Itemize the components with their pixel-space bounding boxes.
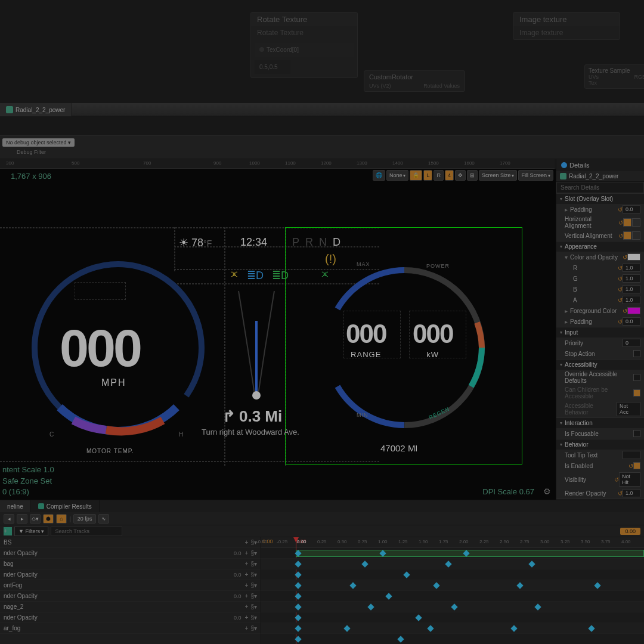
section-input[interactable]: Input bbox=[556, 327, 644, 338]
prev-key-button[interactable]: ◂ bbox=[4, 514, 14, 524]
section-icon[interactable]: §▾ bbox=[250, 561, 257, 567]
keyframe[interactable] bbox=[451, 603, 457, 610]
prop-stop[interactable]: Stop Action bbox=[556, 348, 644, 359]
keyframe[interactable] bbox=[415, 614, 422, 621]
track-row[interactable]: nder Opacity0.0+§▾ bbox=[0, 548, 261, 559]
prop-padding2[interactable]: ▸Padding↺ bbox=[556, 316, 644, 327]
section-accessibility[interactable]: Accessibility bbox=[556, 359, 644, 370]
track-row[interactable]: nage_2+§▾ bbox=[0, 602, 261, 612]
prop-color[interactable]: ▾Color and Opacity↺ bbox=[556, 252, 644, 262]
timeline-lanes[interactable]: 0.00 0.00 -0.50-0.250.000.250.500.751.00… bbox=[261, 537, 644, 644]
record-button[interactable]: ⬢ bbox=[43, 514, 54, 524]
details-search[interactable] bbox=[556, 182, 644, 193]
keyframe[interactable] bbox=[295, 636, 301, 642]
compiler-tab[interactable]: Compiler Results bbox=[31, 500, 100, 512]
track-lane[interactable] bbox=[261, 602, 644, 612]
keyframe[interactable] bbox=[343, 625, 350, 631]
track-row[interactable]: nder Opacity0.0+§▾ bbox=[0, 591, 261, 602]
track-lane[interactable] bbox=[261, 591, 644, 602]
valign-buttons[interactable] bbox=[623, 231, 640, 240]
add-key-icon[interactable]: + bbox=[245, 614, 249, 621]
details-tab[interactable]: Details bbox=[556, 159, 644, 171]
section-icon[interactable]: §▾ bbox=[250, 625, 257, 631]
keyframe[interactable] bbox=[510, 625, 517, 631]
checkbox[interactable] bbox=[633, 350, 640, 357]
prop-r[interactable]: R↺ bbox=[556, 262, 644, 273]
add-track-button[interactable]: + bbox=[4, 527, 12, 535]
section-icon[interactable]: §▾ bbox=[250, 582, 257, 589]
prop-a[interactable]: A↺ bbox=[556, 295, 644, 305]
section-icon[interactable]: §▾ bbox=[250, 571, 257, 578]
keyframe[interactable] bbox=[445, 561, 451, 567]
track-row[interactable]: ar_fog+§▾ bbox=[0, 623, 261, 634]
keyframe[interactable] bbox=[534, 603, 541, 610]
prop-halign[interactable]: Horizontal Alignment↺ bbox=[556, 215, 644, 230]
add-key-icon[interactable]: + bbox=[245, 561, 249, 567]
asset-tab[interactable]: Radial_2_2_power bbox=[0, 103, 72, 116]
track-row[interactable]: ontFog+§▾ bbox=[0, 580, 261, 591]
prop-valign[interactable]: Vertical Alignment↺ bbox=[556, 230, 644, 241]
debug-object-select[interactable]: No debug object selected ▾ bbox=[2, 138, 75, 147]
section-interaction[interactable]: Interaction bbox=[556, 417, 644, 428]
halign-buttons[interactable] bbox=[623, 218, 640, 227]
keyframe[interactable] bbox=[295, 571, 301, 578]
color-swatch[interactable] bbox=[627, 253, 640, 261]
prop-tooltip[interactable]: Tool Tip Text bbox=[556, 450, 644, 460]
fg-swatch[interactable] bbox=[627, 307, 640, 314]
lod-select[interactable]: None bbox=[386, 170, 409, 181]
section-icon[interactable]: §▾ bbox=[250, 614, 257, 621]
section-appearance[interactable]: Appearance bbox=[556, 241, 644, 252]
settings-icon[interactable]: ⚙ bbox=[543, 487, 551, 496]
fill-select[interactable]: Fill Screen bbox=[518, 170, 553, 181]
keyframe[interactable] bbox=[397, 636, 404, 642]
prop-fgcolor[interactable]: ▸Foreground Color↺ bbox=[556, 305, 644, 316]
add-key-icon[interactable]: + bbox=[245, 625, 249, 631]
section-icon[interactable]: §▾ bbox=[250, 603, 257, 610]
zoom-icon[interactable]: ⊞ bbox=[467, 170, 478, 181]
add-key-icon[interactable]: + bbox=[245, 539, 249, 546]
track-lane[interactable] bbox=[261, 634, 644, 644]
curve-button[interactable]: ∿ bbox=[98, 514, 109, 524]
prop-padding[interactable]: ▸Padding↺ bbox=[556, 204, 644, 215]
prop-g[interactable]: G↺ bbox=[556, 273, 644, 284]
move-icon[interactable]: ✥ bbox=[455, 170, 466, 181]
track-lane[interactable] bbox=[261, 559, 644, 569]
section-slot[interactable]: Slot (Overlay Slot) bbox=[556, 193, 644, 204]
filters-dropdown[interactable]: ▼ Filters ▾ bbox=[14, 527, 48, 536]
grid-toggle[interactable]: R bbox=[434, 170, 444, 181]
section-bar[interactable] bbox=[296, 550, 644, 557]
section-behavior[interactable]: Behavior bbox=[556, 439, 644, 450]
prop-priority[interactable]: Priority bbox=[556, 338, 644, 348]
play-button[interactable]: ▸ bbox=[17, 514, 27, 524]
lock-icon[interactable]: 🔒 bbox=[410, 170, 422, 181]
prop-renderop[interactable]: Render Opacity↺ bbox=[556, 488, 644, 499]
section-icon[interactable]: §▾ bbox=[250, 550, 257, 556]
prop-visibility[interactable]: Visibility↺Not Hit bbox=[556, 471, 644, 488]
track-lane[interactable] bbox=[261, 612, 644, 623]
key-button[interactable]: ◇▾ bbox=[30, 514, 41, 524]
keyframe[interactable] bbox=[295, 625, 301, 631]
keyframe[interactable] bbox=[427, 625, 434, 631]
keyframe[interactable] bbox=[516, 582, 523, 589]
loc-toggle[interactable]: L bbox=[423, 170, 432, 181]
track-lane[interactable] bbox=[261, 580, 644, 591]
track-search[interactable] bbox=[51, 527, 122, 536]
keyframe[interactable] bbox=[367, 603, 374, 610]
keyframe[interactable] bbox=[295, 582, 301, 589]
track-row[interactable]: BS+§▾ bbox=[0, 537, 261, 548]
keyframe[interactable] bbox=[594, 582, 600, 589]
fps-select[interactable]: 20 fps bbox=[73, 514, 97, 524]
track-row[interactable]: nder Opacity0.0+§▾ bbox=[0, 612, 261, 623]
keyframe[interactable] bbox=[295, 603, 301, 610]
snap-value[interactable]: 4 bbox=[445, 170, 454, 181]
keyframe[interactable] bbox=[349, 582, 356, 589]
keyframe[interactable] bbox=[588, 625, 595, 631]
auto-key-button[interactable]: ⌂ bbox=[56, 514, 67, 524]
track-row[interactable]: nder Opacity0.0+§▾ bbox=[0, 569, 261, 580]
add-key-icon[interactable]: + bbox=[245, 550, 249, 556]
keyframe[interactable] bbox=[295, 561, 301, 567]
add-key-icon[interactable]: + bbox=[245, 603, 249, 610]
timeline-tab[interactable]: neline bbox=[0, 500, 31, 512]
checkbox[interactable] bbox=[633, 462, 640, 469]
prop-b[interactable]: B↺ bbox=[556, 284, 644, 295]
